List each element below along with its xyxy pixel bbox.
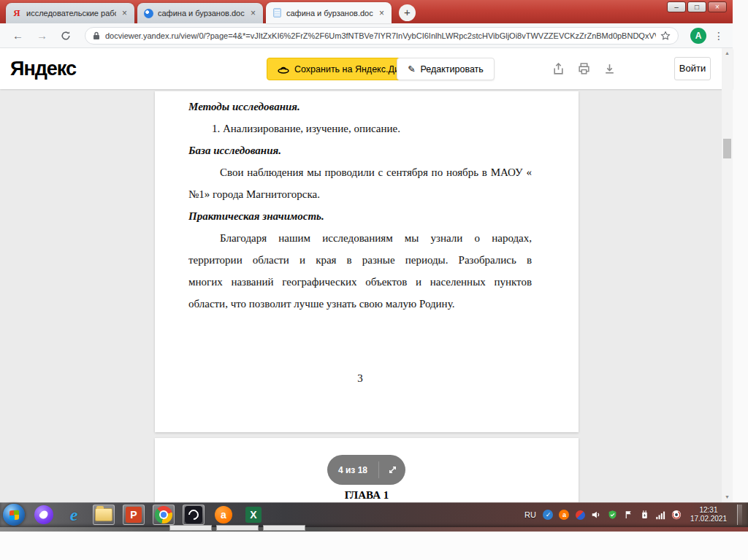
tab-close-icon[interactable]: × xyxy=(121,8,129,18)
share-icon[interactable] xyxy=(552,63,565,75)
browser-toolbar: ← → docviewer.yandex.ru/view/0/?page=4&*… xyxy=(0,23,733,48)
fullscreen-expand-icon[interactable] xyxy=(379,464,405,475)
tray-update-icon[interactable]: ✓ xyxy=(543,510,554,521)
save-button-label: Сохранить на Яндекс.Диск xyxy=(294,64,408,74)
new-tab-button[interactable]: + xyxy=(399,4,416,21)
taskbar-apps: e P a X xyxy=(3,504,264,526)
taskbar-icon-excel[interactable]: X xyxy=(243,505,264,525)
show-desktop-button[interactable] xyxy=(737,505,742,525)
yandex-disk-icon xyxy=(278,65,289,74)
doc-paragraph-line: области, что позволит лучше узнать свою … xyxy=(188,293,532,315)
document-favicon xyxy=(272,8,282,18)
windows-taskbar: e P a X RU ✓ a xyxy=(0,502,748,527)
doc-heading-base: База исследования. xyxy=(188,139,532,161)
tab-close-icon[interactable]: × xyxy=(378,8,386,18)
tab-2[interactable]: сафина и бурзанов.doc — Янде × xyxy=(137,3,263,23)
tab-close-icon[interactable]: × xyxy=(249,8,257,18)
browser-menu-icon[interactable]: ⋮ xyxy=(711,30,727,42)
address-bar[interactable]: docviewer.yandex.ru/view/0/?page=4&*=vJI… xyxy=(85,27,679,45)
browser-titlebar: Я исследовательские работы шк × сафина и… xyxy=(0,0,733,23)
doc-chapter-heading: ГЛАВА 1 xyxy=(155,489,579,502)
scrollbar-thumb[interactable] xyxy=(723,139,731,158)
system-tray: RU ✓ a 12:31 17.02.2 xyxy=(524,505,745,525)
window-controls: – □ × xyxy=(667,1,727,12)
background-window-fragment xyxy=(216,525,259,531)
taskbar-icon-powerpoint[interactable]: P xyxy=(123,505,145,525)
taskbar-icon-avast[interactable]: a xyxy=(213,505,234,525)
padlock-icon xyxy=(93,31,100,40)
taskbar-icon-explorer[interactable] xyxy=(93,505,115,525)
taskbar-icon-internet-explorer[interactable]: e xyxy=(63,505,85,525)
page-scrollbar[interactable]: ▲ ▼ xyxy=(722,48,733,502)
scroll-down-arrow[interactable]: ▼ xyxy=(722,492,733,502)
background-window-fragment xyxy=(169,525,212,531)
doc-heading-practical: Практическая значимость. xyxy=(188,205,532,227)
tab-1[interactable]: Я исследовательские работы шк × xyxy=(6,3,134,23)
edit-button[interactable]: ✎ Редактировать xyxy=(397,58,495,80)
page-number: 3 xyxy=(188,367,532,389)
page-indicator-pill: 4 из 18 xyxy=(327,455,405,485)
clock-time: 12:31 xyxy=(690,506,727,515)
docviewer-header: Яндекс Сохранить на Яндекс.Диск ✎ Редакт… xyxy=(0,48,733,89)
background-window-fragment xyxy=(263,525,305,531)
browser-window: Я исследовательские работы шк × сафина и… xyxy=(0,0,733,502)
tray-disk-icon[interactable] xyxy=(575,510,586,521)
doc-paragraph-line: №1» города Магнитогорска. xyxy=(188,183,532,205)
tab-title: исследовательские работы шк xyxy=(26,9,116,18)
minimize-button[interactable]: – xyxy=(667,1,686,12)
scroll-up-arrow[interactable]: ▲ xyxy=(722,48,733,58)
tab-3-active[interactable]: сафина и бурзанов.doc × xyxy=(266,2,392,23)
pencil-icon: ✎ xyxy=(408,64,415,74)
tray-avast-icon[interactable]: a xyxy=(559,510,570,521)
header-action-icons xyxy=(552,48,616,89)
doc-paragraph-line: многих названий географических объектов … xyxy=(188,271,532,293)
language-indicator[interactable]: RU xyxy=(524,510,536,519)
tray-browser-icon[interactable] xyxy=(671,510,682,521)
login-button[interactable]: Войти xyxy=(674,57,711,80)
folder-icon xyxy=(95,508,112,521)
reload-icon[interactable] xyxy=(61,31,71,41)
windows-flag-icon xyxy=(9,510,19,520)
download-icon[interactable] xyxy=(603,63,616,75)
screen: Я исследовательские работы шк × сафина и… xyxy=(0,0,748,560)
taskbar-icon-chrome[interactable] xyxy=(153,505,175,525)
chrome-icon xyxy=(155,506,172,523)
yandex-browser-favicon xyxy=(143,8,153,18)
maximize-button[interactable]: □ xyxy=(687,1,706,12)
doc-heading-methods: Методы исследования. xyxy=(188,96,532,118)
forward-icon[interactable]: → xyxy=(30,29,54,42)
action-center-flag-icon[interactable] xyxy=(623,510,634,521)
doc-list-item: 1. Анализирование, изучение, описание. xyxy=(188,118,532,139)
doc-paragraph-line: Благодаря нашим исследованиям мы узнали … xyxy=(188,227,532,249)
page-indicator-label: 4 из 18 xyxy=(327,465,378,475)
document-page-3: Методы исследования. 1. Анализирование, … xyxy=(155,91,579,432)
close-button[interactable]: × xyxy=(708,1,727,12)
power-plug-icon[interactable] xyxy=(639,510,650,521)
taskbar-icon-speedtest[interactable] xyxy=(183,505,205,525)
yandex-logo[interactable]: Яндекс xyxy=(10,58,76,80)
bookmark-star-icon[interactable] xyxy=(660,31,671,41)
doc-paragraph-line: Свои наблюдения мы проводили с сентября … xyxy=(188,161,532,183)
volume-icon[interactable] xyxy=(591,510,602,521)
edit-button-label: Редактировать xyxy=(420,64,483,74)
yandex-favicon: Я xyxy=(12,8,22,18)
document-viewport[interactable]: Методы исследования. 1. Анализирование, … xyxy=(0,89,733,502)
doc-paragraph-line: территории области и края в разные перио… xyxy=(188,249,532,271)
start-button[interactable] xyxy=(3,504,25,526)
slide-bottom-margin xyxy=(0,532,748,560)
slide-margin xyxy=(733,0,748,502)
tab-title: сафина и бурзанов.doc xyxy=(286,9,373,18)
security-shield-icon[interactable] xyxy=(607,510,618,521)
account-avatar[interactable]: A xyxy=(690,28,706,44)
taskbar-clock[interactable]: 12:31 17.02.2021 xyxy=(690,506,727,523)
network-signal-icon[interactable] xyxy=(655,510,666,521)
back-icon[interactable]: ← xyxy=(6,29,30,42)
url-text: docviewer.yandex.ru/view/0/?page=4&*=vJI… xyxy=(105,31,656,40)
tab-title: сафина и бурзанов.doc — Янде xyxy=(158,9,245,18)
taskbar-icon-alice[interactable] xyxy=(33,505,55,525)
clock-date: 17.02.2021 xyxy=(690,515,727,523)
print-icon[interactable] xyxy=(578,63,590,75)
